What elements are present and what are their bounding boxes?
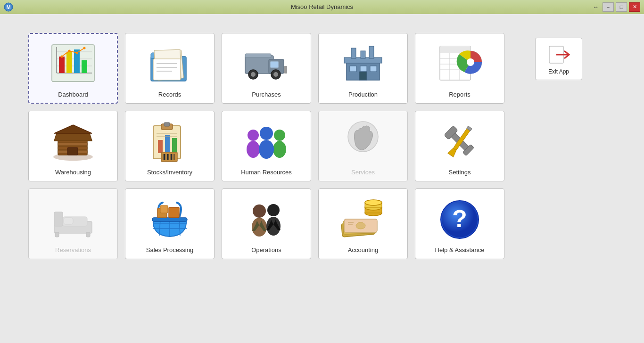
exit-app-button[interactable]: Exit App	[535, 38, 582, 80]
svg-rect-39	[350, 66, 356, 72]
svg-point-111	[252, 218, 267, 237]
tile-dashboard[interactable]: Dashboard	[28, 33, 118, 104]
maximize-button[interactable]: □	[616, 2, 627, 12]
production-icon	[339, 40, 387, 87]
title-bar-left: M	[4, 2, 13, 12]
svg-rect-28	[245, 54, 271, 57]
svg-point-82	[248, 130, 259, 141]
svg-rect-27	[270, 61, 279, 68]
svg-rect-42	[359, 72, 367, 80]
tile-dashboard-label: Dashboard	[58, 91, 88, 98]
minimize-button[interactable]: −	[603, 2, 614, 12]
tile-settings[interactable]: Settings	[415, 111, 504, 181]
svg-rect-67	[158, 140, 163, 153]
tile-reservations[interactable]: Reservations	[28, 188, 118, 259]
svg-rect-98	[64, 218, 73, 224]
tile-help-assistance[interactable]: ? Help & Assistance	[415, 188, 504, 259]
tile-stocks-inventory-label: Stocks/Inventory	[147, 169, 192, 176]
svg-text:M: M	[6, 4, 10, 10]
tile-operations[interactable]: Operations	[222, 188, 311, 259]
svg-point-30	[251, 72, 256, 77]
tile-records-label: Records	[158, 91, 181, 98]
tile-purchases[interactable]: Purchases	[222, 33, 311, 104]
tile-records[interactable]: Records	[125, 33, 215, 104]
svg-rect-2	[52, 45, 94, 82]
tile-reports-label: Reports	[449, 91, 471, 98]
app-logo-icon: M	[4, 2, 13, 12]
tiles-grid: Dashboard	[28, 33, 616, 259]
app-title: Misoo Retail Dynamics	[291, 3, 353, 10]
svg-marker-63	[54, 125, 92, 133]
svg-point-13	[61, 55, 63, 57]
svg-point-14	[68, 49, 71, 52]
svg-point-121	[356, 222, 365, 229]
sales-processing-icon	[146, 196, 193, 243]
purchases-icon	[243, 40, 290, 87]
settings-icon	[436, 118, 483, 165]
svg-point-87	[259, 140, 274, 159]
tiles-row-3: Reservations	[28, 188, 616, 259]
operations-icon	[243, 196, 290, 243]
records-icon	[146, 40, 193, 87]
svg-rect-66	[164, 122, 170, 126]
svg-text:?: ?	[452, 205, 467, 232]
svg-rect-40	[360, 66, 367, 72]
stocks-inventory-icon	[146, 118, 193, 165]
accounting-icon	[339, 196, 387, 243]
reports-icon	[436, 40, 483, 87]
expand-icon: ↔	[593, 4, 599, 10]
svg-rect-9	[59, 57, 65, 73]
svg-point-15	[76, 51, 78, 54]
tile-warehousing[interactable]: Warehousing	[28, 111, 118, 181]
svg-rect-58	[58, 143, 87, 146]
svg-rect-33	[284, 66, 287, 74]
tile-sales-processing[interactable]: Sales Processing	[125, 188, 215, 259]
tile-production-label: Production	[348, 91, 378, 98]
svg-rect-21	[153, 59, 181, 80]
help-assistance-icon: ?	[436, 196, 483, 243]
title-bar-controls: ↔ − □ ✕	[593, 2, 640, 12]
services-icon	[339, 118, 387, 165]
warehousing-icon	[50, 118, 97, 165]
human-resources-icon	[243, 118, 290, 165]
svg-rect-72	[161, 152, 177, 162]
svg-point-110	[253, 204, 266, 218]
svg-point-128	[365, 200, 382, 205]
title-bar: M Misoo Retail Dynamics ↔ − □ ✕	[0, 0, 644, 14]
svg-point-86	[260, 127, 273, 140]
tile-settings-label: Settings	[449, 169, 471, 176]
tile-accounting-label: Accounting	[348, 246, 378, 253]
svg-rect-10	[66, 52, 72, 73]
tile-accounting[interactable]: Accounting	[318, 188, 408, 259]
svg-point-84	[274, 130, 285, 141]
tile-purchases-label: Purchases	[252, 91, 281, 98]
tile-warehousing-label: Warehousing	[55, 169, 91, 176]
tile-stocks-inventory[interactable]: Stocks/Inventory	[125, 111, 215, 181]
tile-services[interactable]: Services	[318, 111, 408, 181]
tiles-row-2: Warehousing	[28, 111, 616, 181]
svg-marker-57	[54, 133, 92, 141]
svg-point-83	[247, 141, 260, 158]
tile-services-label: Services	[351, 169, 375, 176]
svg-point-32	[273, 72, 278, 77]
svg-rect-36	[351, 48, 356, 58]
tile-production[interactable]: Production	[318, 33, 408, 104]
main-content: Dashboard	[0, 14, 644, 278]
svg-rect-12	[82, 60, 87, 73]
svg-rect-109	[160, 205, 168, 213]
dashboard-icon	[50, 40, 97, 87]
tile-help-assistance-label: Help & Assistance	[435, 246, 485, 253]
svg-rect-108	[169, 207, 179, 218]
tiles-row-1: Dashboard	[28, 33, 616, 104]
svg-point-112	[267, 204, 280, 216]
tile-reports[interactable]: Reports	[415, 33, 504, 104]
svg-rect-96	[54, 212, 63, 226]
reservations-icon	[50, 196, 97, 243]
svg-rect-38	[369, 46, 374, 58]
close-button[interactable]: ✕	[629, 2, 640, 12]
tile-sales-processing-label: Sales Processing	[146, 246, 193, 253]
svg-rect-68	[165, 135, 170, 153]
exit-app-icon	[545, 43, 573, 66]
tile-human-resources[interactable]: Human Resources	[222, 111, 311, 181]
svg-rect-61	[67, 147, 78, 155]
